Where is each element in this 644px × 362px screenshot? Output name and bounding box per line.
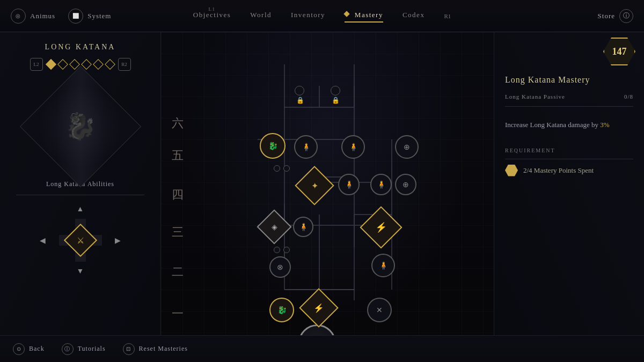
- tab-objectives-label: Objectives: [193, 11, 231, 19]
- skill-symbol: ⚔: [77, 235, 84, 246]
- node-5-left-circle: 🐉: [260, 133, 286, 159]
- node-3-center[interactable]: ⚡: [366, 212, 396, 242]
- l1-badge: L1: [209, 6, 216, 12]
- tab-world[interactable]: World: [250, 11, 272, 21]
- node-5-right-a[interactable]: 🧍: [341, 135, 365, 159]
- node-1-center-diamond: ⚡: [299, 288, 339, 328]
- skill-tree-area: 六 五 四 三 二 一 習得 🐉 ⚡ ✕ 🧍 ⊗: [161, 32, 494, 362]
- l2-button[interactable]: L2: [30, 58, 43, 71]
- node-1-center[interactable]: ⚡: [305, 294, 333, 322]
- mastery-dot-5: [93, 59, 104, 70]
- node-1-left[interactable]: 🐉: [269, 298, 294, 322]
- tab-codex-label: Codex: [402, 11, 425, 19]
- mastery-dot-6: [105, 59, 115, 70]
- row-label-6: 六: [172, 115, 184, 131]
- lock-icon-right: 🔒: [332, 97, 340, 105]
- row-label-1: 一: [172, 306, 184, 322]
- center-skill-diamond[interactable]: ⚔: [63, 224, 97, 257]
- skill-right-arrow[interactable]: ▶: [111, 233, 126, 248]
- tab-inventory[interactable]: Inventory: [291, 11, 325, 21]
- node-1-left-circle: 🐉: [269, 298, 294, 322]
- mastery-point-hex-icon: [505, 165, 518, 176]
- animus-nav-item[interactable]: ◎ Animus: [11, 9, 55, 24]
- bottom-bar: ⊙ Back ⓛ Tutorials ⊡ Reset Masteries: [0, 335, 644, 362]
- node-3-left[interactable]: ◈: [262, 215, 287, 239]
- nav-center-tabs: L1 Objectives World Inventory Mastery Co…: [118, 11, 526, 21]
- node-2-right-circle: 🧍: [371, 254, 395, 277]
- node-5-center-circle: 🧍: [294, 135, 318, 159]
- node-4-right-a-circle: 🧍: [370, 174, 392, 195]
- node-4-right-b[interactable]: ⊕: [395, 174, 416, 195]
- node-4-right-b-circle: ⊕: [395, 174, 416, 195]
- nav-left-section: ◎ Animus ⬜ System: [11, 9, 118, 24]
- node-5-right-b[interactable]: ⊕: [395, 135, 419, 159]
- node-3-mid-circle: 🧍: [293, 217, 313, 237]
- tab-world-label: World: [250, 11, 272, 19]
- node-4-left[interactable]: ✦: [301, 172, 328, 200]
- system-nav-item[interactable]: ⬜ System: [68, 9, 111, 24]
- skill-node-display: ⚔: [59, 219, 102, 262]
- r2-button[interactable]: R2: [118, 58, 131, 71]
- tutorials-button[interactable]: ⓛ Tutorials: [62, 343, 106, 355]
- back-icon: ⊙: [13, 343, 25, 355]
- req-divider: [505, 159, 633, 159]
- tab-mastery[interactable]: Mastery: [345, 11, 383, 21]
- node-3-mid[interactable]: 🧍: [293, 217, 313, 237]
- skill-preview-area: ▲ ◀ ⚔ ▶ ▼: [35, 202, 126, 279]
- node-4-left-diamond: ✦: [295, 166, 334, 205]
- animus-icon: ◎: [11, 9, 26, 24]
- store-label: Store: [598, 12, 615, 20]
- row-label-2: 二: [172, 264, 184, 280]
- dot-4b: [283, 165, 290, 172]
- damage-value: 3%: [600, 121, 609, 129]
- node-2-right[interactable]: 🧍: [371, 254, 395, 277]
- tutorials-label: Tutorials: [78, 345, 106, 353]
- mastery-count-container: 147: [603, 38, 635, 65]
- back-button[interactable]: ⊙ Back: [13, 343, 45, 355]
- dot-2b: [283, 247, 290, 253]
- node-4-center[interactable]: 🧍: [338, 174, 360, 195]
- top-navigation: ◎ Animus ⬜ System L1 Objectives World In…: [0, 0, 644, 32]
- tab-codex[interactable]: Codex: [402, 11, 425, 21]
- node-2-left[interactable]: ⊗: [269, 256, 291, 278]
- system-label: System: [87, 12, 111, 20]
- panel-description: Increase Long Katana damage by 3%: [505, 115, 633, 135]
- node-6-right-circle: [331, 86, 340, 95]
- node-3-left-symbol: ◈: [272, 223, 277, 232]
- weapon-image: 🐉: [19, 66, 141, 187]
- skill-left-arrow[interactable]: ◀: [35, 233, 50, 248]
- left-panel: LONG KATANA L2 R2 🐉 Long Katana Abilitie…: [0, 32, 161, 362]
- node-3-left-diamond: ◈: [257, 209, 291, 244]
- reset-masteries-button[interactable]: ⊡ Reset Masteries: [123, 343, 188, 355]
- skill-down-arrow[interactable]: ▼: [73, 264, 88, 279]
- row-label-4: 四: [172, 187, 184, 203]
- main-content: LONG KATANA L2 R2 🐉 Long Katana Abilitie…: [0, 32, 644, 362]
- node-4-center-circle: 🧍: [338, 174, 360, 195]
- skill-nav-row: ◀ ⚔ ▶: [35, 219, 126, 262]
- dots-row-4: [274, 165, 290, 172]
- dot-2a: [274, 247, 280, 253]
- reset-icon: ⊡: [123, 343, 135, 355]
- node-1-symbol: ⚡: [313, 303, 324, 313]
- node-5-left[interactable]: 🐉: [260, 133, 286, 159]
- back-label: Back: [29, 345, 45, 353]
- node-1-right-circle: ✕: [367, 298, 392, 322]
- node-2-left-circle: ⊗: [269, 256, 291, 278]
- skill-up-arrow[interactable]: ▲: [73, 202, 88, 217]
- desc-text: Increase Long Katana damage by: [505, 121, 598, 129]
- node-4-left-symbol: ✦: [311, 181, 318, 191]
- divider-1: [16, 195, 144, 195]
- node-4-right-a[interactable]: 🧍: [370, 174, 392, 195]
- requirement-section: REQUIREMENT 2/4 Mastery Points Spent: [505, 147, 633, 176]
- node-6-right-small[interactable]: [331, 86, 340, 95]
- node-5-center[interactable]: 🧍: [294, 135, 318, 159]
- tab-mastery-label: Mastery: [355, 11, 383, 19]
- node-3-diamond: ⚡: [360, 206, 402, 248]
- tab-objectives[interactable]: L1 Objectives: [193, 11, 231, 21]
- node-6-left-small[interactable]: [295, 86, 304, 95]
- node-5-right-b-circle: ⊕: [395, 135, 419, 159]
- store-button[interactable]: Store ⓘ: [598, 9, 633, 23]
- weapon-art: 🐉: [64, 112, 97, 142]
- req-text: 2/4 Mastery Points Spent: [523, 166, 594, 175]
- node-1-right[interactable]: ✕: [367, 298, 392, 322]
